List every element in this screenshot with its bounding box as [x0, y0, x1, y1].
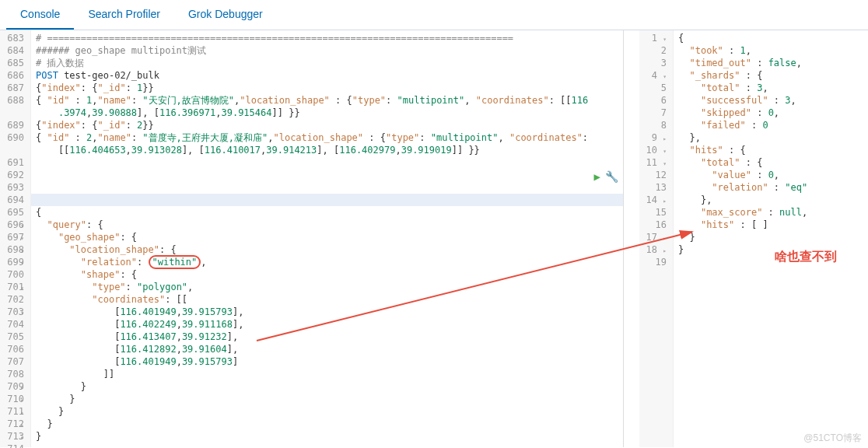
content-area: 683 684 685 686 687 688 689 690 691 692 …: [0, 30, 868, 447]
request-editor[interactable]: 683 684 685 686 687 688 689 690 691 692 …: [0, 30, 624, 447]
watermark: @51CTO博客: [803, 432, 862, 445]
wrench-icon[interactable]: 🔧: [605, 170, 618, 183]
editor-gutter: 683 684 685 686 687 688 689 690 691 692 …: [0, 30, 31, 447]
editor-actions: ▶ 🔧: [594, 170, 618, 183]
play-icon[interactable]: ▶: [594, 170, 600, 183]
editor-code[interactable]: # ======================================…: [31, 30, 623, 447]
tab-grok-debugger[interactable]: Grok Debugger: [174, 0, 277, 30]
tab-search-profiler[interactable]: Search Profiler: [74, 0, 174, 30]
response-gutter: 1 ▾2 3 4 ▾5 6 7 8 9 ▸10 ▾11 ▾12 13 14 ▸1…: [639, 30, 674, 447]
tab-bar: Console Search Profiler Grok Debugger: [0, 0, 868, 30]
response-code[interactable]: { "took" : 1, "timed_out" : false, "_sha…: [674, 30, 868, 447]
panel-gap: [624, 30, 639, 447]
tab-console[interactable]: Console: [6, 0, 74, 30]
annotation-text: 啥也查不到: [775, 249, 837, 265]
response-panel: 1 ▾2 3 4 ▾5 6 7 8 9 ▸10 ▾11 ▾12 13 14 ▸1…: [639, 30, 868, 447]
